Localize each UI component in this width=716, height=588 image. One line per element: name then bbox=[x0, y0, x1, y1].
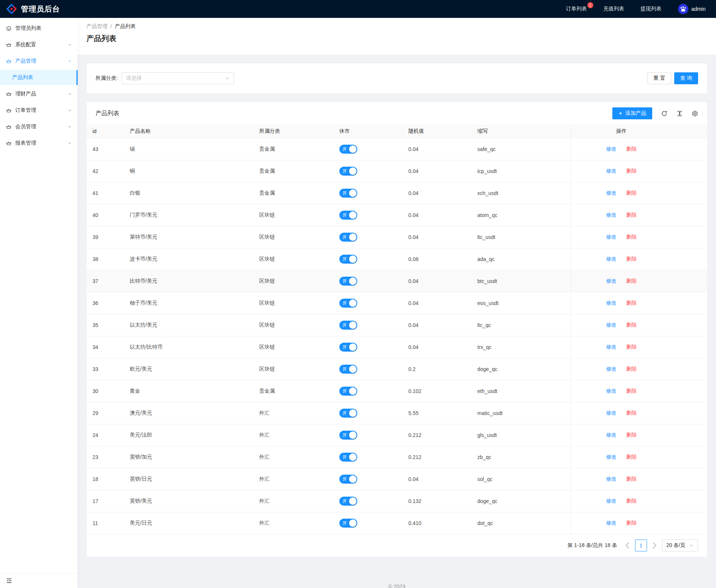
sidebar-item-member-management[interactable]: 会员管理 bbox=[0, 119, 78, 134]
market-toggle[interactable]: 开 bbox=[339, 145, 357, 154]
cell-id: 18 bbox=[87, 468, 124, 490]
sidebar-item-admin-list[interactable]: 管理员列表 bbox=[0, 21, 78, 36]
delete-link[interactable]: 删除 bbox=[626, 388, 637, 394]
delete-link[interactable]: 删除 bbox=[626, 256, 637, 262]
market-toggle[interactable]: 开 bbox=[339, 189, 357, 198]
setting-icon[interactable] bbox=[692, 110, 698, 117]
page-number-1[interactable]: 1 bbox=[635, 540, 647, 551]
switch-on-label: 开 bbox=[342, 256, 347, 262]
switch-knob bbox=[349, 409, 357, 417]
sidebar-item-product-management[interactable]: 产品管理 bbox=[0, 54, 78, 69]
switch-on-label: 开 bbox=[342, 278, 347, 284]
edit-link[interactable]: 修改 bbox=[606, 344, 616, 350]
edit-link[interactable]: 修改 bbox=[606, 366, 616, 372]
topnav-recharge-list[interactable]: 充值列表 bbox=[603, 6, 624, 12]
market-toggle[interactable]: 开 bbox=[339, 387, 357, 396]
edit-link[interactable]: 修改 bbox=[606, 388, 616, 394]
edit-link[interactable]: 修改 bbox=[606, 476, 616, 482]
delete-link[interactable]: 删除 bbox=[626, 410, 637, 416]
edit-link[interactable]: 修改 bbox=[606, 300, 616, 306]
cell-random-value: 0.04 bbox=[402, 204, 471, 226]
delete-link[interactable]: 删除 bbox=[626, 190, 637, 196]
market-toggle[interactable]: 开 bbox=[339, 453, 357, 462]
delete-link[interactable]: 删除 bbox=[626, 322, 637, 328]
delete-link[interactable]: 删除 bbox=[626, 300, 637, 306]
delete-link[interactable]: 删除 bbox=[626, 344, 637, 350]
edit-link[interactable]: 修改 bbox=[606, 322, 616, 328]
delete-link[interactable]: 删除 bbox=[626, 168, 637, 174]
reset-button[interactable]: 重 置 bbox=[647, 72, 671, 84]
edit-link[interactable]: 修改 bbox=[606, 498, 616, 504]
cell-abbr: btc_usdt bbox=[471, 270, 571, 292]
delete-link[interactable]: 删除 bbox=[626, 498, 637, 504]
delete-link[interactable]: 删除 bbox=[626, 146, 637, 152]
switch-on-label: 开 bbox=[342, 168, 347, 174]
edit-link[interactable]: 修改 bbox=[606, 256, 616, 262]
cell-abbr: atom_qc bbox=[471, 204, 571, 226]
sidebar-item-label: 产品管理 bbox=[15, 58, 68, 65]
topnav-order-list[interactable]: 订单列表1 bbox=[566, 6, 587, 12]
add-product-button[interactable]: 添加产品 bbox=[612, 107, 652, 119]
market-toggle[interactable]: 开 bbox=[339, 255, 357, 264]
topnav-label: 充值列表 bbox=[603, 6, 624, 12]
product-table-card: 产品列表 添加产品 bbox=[87, 102, 707, 557]
reload-icon[interactable] bbox=[661, 110, 668, 117]
market-toggle[interactable]: 开 bbox=[339, 409, 357, 418]
delete-link[interactable]: 删除 bbox=[626, 366, 637, 372]
delete-link[interactable]: 删除 bbox=[626, 278, 637, 284]
menu-fold-icon[interactable] bbox=[6, 578, 12, 584]
sidebar-item-finance-products[interactable]: 理财产品 bbox=[0, 87, 78, 101]
delete-link[interactable]: 删除 bbox=[626, 476, 637, 482]
cell-actions: 修改删除 bbox=[571, 160, 707, 182]
market-toggle[interactable]: 开 bbox=[339, 167, 357, 176]
delete-link[interactable]: 删除 bbox=[626, 520, 637, 526]
edit-link[interactable]: 修改 bbox=[606, 278, 616, 284]
delete-link[interactable]: 删除 bbox=[626, 212, 637, 218]
cell-abbr: ltc_qc bbox=[471, 314, 571, 336]
switch-knob bbox=[349, 343, 357, 351]
edit-link[interactable]: 修改 bbox=[606, 454, 616, 460]
cell-abbr: doge_qc bbox=[471, 490, 571, 512]
chevron-down-icon bbox=[225, 76, 230, 81]
category-select[interactable]: 请选择 bbox=[122, 72, 234, 84]
user-menu[interactable]: admin bbox=[678, 4, 706, 14]
edit-link[interactable]: 修改 bbox=[606, 168, 616, 174]
edit-link[interactable]: 修改 bbox=[606, 190, 616, 196]
market-toggle[interactable]: 开 bbox=[339, 365, 357, 374]
cell-abbr: icp_usdt bbox=[471, 160, 571, 182]
market-toggle[interactable]: 开 bbox=[339, 299, 357, 308]
next-page-icon[interactable] bbox=[650, 541, 659, 550]
breadcrumb-parent[interactable]: 产品管理 bbox=[87, 23, 107, 30]
edit-link[interactable]: 修改 bbox=[606, 212, 616, 218]
delete-link[interactable]: 删除 bbox=[626, 234, 637, 240]
topnav-withdraw-list[interactable]: 提现列表 bbox=[641, 6, 662, 12]
market-toggle[interactable]: 开 bbox=[339, 431, 357, 440]
edit-link[interactable]: 修改 bbox=[606, 410, 616, 416]
delete-link[interactable]: 删除 bbox=[626, 454, 637, 460]
cell-actions: 修改删除 bbox=[571, 446, 707, 468]
edit-link[interactable]: 修改 bbox=[606, 432, 616, 438]
delete-link[interactable]: 删除 bbox=[626, 432, 637, 438]
column-height-icon[interactable] bbox=[676, 110, 683, 117]
edit-link[interactable]: 修改 bbox=[606, 234, 616, 240]
chevron-down-icon bbox=[68, 141, 72, 145]
market-toggle[interactable]: 开 bbox=[339, 497, 357, 506]
market-toggle[interactable]: 开 bbox=[339, 233, 357, 242]
market-toggle[interactable]: 开 bbox=[339, 321, 357, 330]
edit-link[interactable]: 修改 bbox=[606, 146, 616, 152]
cell-market-switch: 开 bbox=[333, 226, 402, 248]
market-toggle[interactable]: 开 bbox=[339, 519, 357, 528]
market-toggle[interactable]: 开 bbox=[339, 475, 357, 484]
sidebar-item-system-config[interactable]: 系统配置 bbox=[0, 37, 78, 52]
sidebar-item-report-management[interactable]: 报表管理 bbox=[0, 136, 78, 151]
edit-link[interactable]: 修改 bbox=[606, 520, 616, 526]
page-size-select[interactable]: 20 条/页 bbox=[662, 540, 698, 551]
market-toggle[interactable]: 开 bbox=[339, 211, 357, 220]
sidebar-item-product-list[interactable]: 产品列表 bbox=[0, 70, 78, 85]
query-button[interactable]: 查 询 bbox=[674, 72, 698, 84]
market-toggle[interactable]: 开 bbox=[339, 277, 357, 286]
cell-id: 42 bbox=[87, 160, 124, 182]
sidebar-item-order-management[interactable]: 订单管理 bbox=[0, 103, 78, 118]
market-toggle[interactable]: 开 bbox=[339, 343, 357, 352]
prev-page-icon[interactable] bbox=[623, 541, 632, 550]
